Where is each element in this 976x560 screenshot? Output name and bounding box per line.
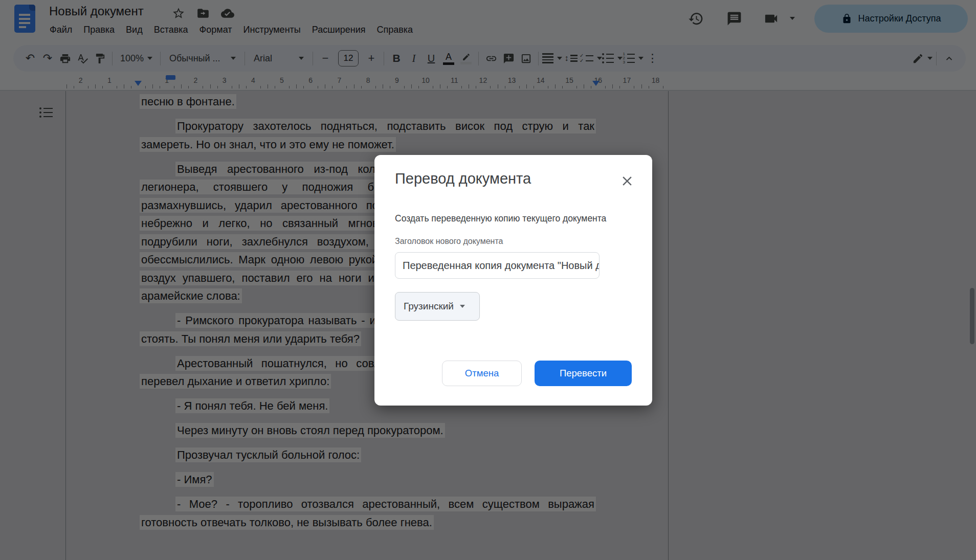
close-icon[interactable] (619, 173, 635, 189)
dialog-title: Перевод документа (395, 170, 531, 187)
dialog-subtitle: Создать переведенную копию текущего доку… (395, 213, 606, 224)
cancel-button[interactable]: Отмена (442, 361, 522, 386)
chevron-down-icon (460, 305, 465, 308)
translate-button[interactable]: Перевести (535, 361, 632, 386)
new-document-title-label: Заголовок нового документа (395, 237, 503, 246)
language-select-value: Грузинский (404, 301, 454, 312)
translate-document-dialog: Перевод документа Создать переведенную к… (374, 155, 652, 406)
new-document-title-input[interactable]: Переведенная копия документа "Новый доку… (395, 252, 600, 279)
language-select[interactable]: Грузинский (395, 292, 480, 321)
